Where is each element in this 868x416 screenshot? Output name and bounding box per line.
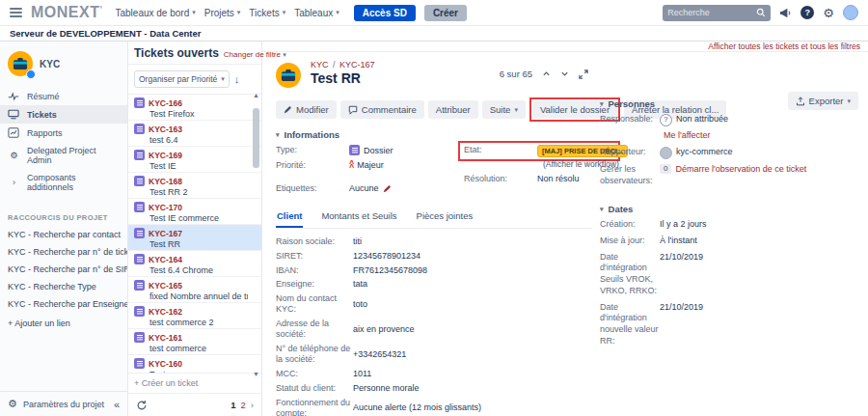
project-header[interactable]: KYC	[0, 42, 127, 88]
change-filter-link[interactable]: Changer de filtre ▾	[224, 50, 286, 59]
field-row: Raison sociale: titi	[276, 236, 592, 247]
help-icon[interactable]: ?	[800, 6, 814, 19]
chevron-down-icon: ▾	[276, 131, 280, 139]
field-label: Nom du contact KYC:	[276, 293, 353, 316]
nav-projets[interactable]: Projets ▾	[204, 8, 241, 18]
field-label: N° de téléphone de la société:	[276, 344, 353, 366]
project-settings-label[interactable]: Paramètres du projet	[23, 400, 104, 409]
start-watching-link[interactable]: Démarre l'observation de ce ticket	[675, 164, 806, 176]
collapse-sidebar-icon[interactable]: «	[114, 399, 120, 410]
sidebar-item-tickets[interactable]: Tickets	[0, 105, 127, 124]
project-shortcuts: RACCOURCIS DU PROJET KYC - Recherche par…	[0, 209, 127, 334]
assign-to-me-link[interactable]: Me l'affecter	[664, 130, 862, 140]
nav-tableaux-de-bord[interactable]: Tableaux de bord ▾	[115, 8, 195, 18]
edit-labels-pencil-icon[interactable]	[383, 184, 392, 193]
shortcut-link[interactable]: KYC - Recherche Type	[0, 278, 127, 295]
chevron-down-icon: ▾	[221, 75, 225, 83]
ticket-list-item[interactable]: KYC-164 Test 6.4 Chrome	[128, 251, 261, 277]
client-fields: Raison sociale: titi SIRET: 123456789012…	[276, 236, 592, 416]
ticket-key: KYC-164	[149, 255, 182, 264]
acces-sd-button[interactable]: Accès SD	[354, 5, 416, 21]
ticket-list-item[interactable]: KYC-160 Test	[128, 355, 261, 373]
refresh-icon[interactable]	[136, 400, 148, 411]
date-label: Date d'intégration nouvelle valeur RR:	[600, 302, 660, 347]
nav-tickets[interactable]: Tickets ▾	[249, 8, 285, 18]
ticket-summary: fixed Nombre annuel de transa...	[149, 291, 248, 301]
modifier-button[interactable]: Modifier	[276, 100, 337, 119]
tab[interactable]: Montants et Seuils	[320, 208, 397, 228]
page-1[interactable]: 1	[231, 400, 235, 410]
field-label: SIRET:	[276, 251, 353, 262]
tab[interactable]: Pièces jointes	[416, 208, 475, 228]
ticket-list-item[interactable]: KYC-165 fixed Nombre annuel de transa...	[128, 277, 261, 303]
wallet-avatar-icon	[276, 63, 301, 88]
shortcut-link[interactable]: KYC - Recherche par Enseigne	[0, 295, 127, 313]
list-scrollbar[interactable]: ▲ ▼	[252, 92, 260, 366]
shortcut-link[interactable]: KYC - Recherche par n° de SIRET	[0, 261, 127, 278]
ticket-list-item[interactable]: KYC-170 Test IE commerce	[128, 199, 261, 225]
project-settings-gear-icon[interactable]: ⚙	[8, 399, 17, 409]
next-page-icon[interactable]: ›	[251, 400, 254, 410]
sidebar-item-composants-additionnels[interactable]: › Composants additionnels	[0, 169, 127, 196]
ticket-list-item[interactable]: KYC-161 test commerce	[128, 329, 261, 355]
user-avatar[interactable]	[843, 5, 858, 20]
field-value: FR7612345678098	[353, 265, 427, 276]
ticket-key: KYC-166	[149, 98, 182, 108]
attribuer-button[interactable]: Attribuer	[428, 100, 478, 119]
scroll-up-icon[interactable]: ▲	[252, 92, 260, 98]
dossier-type-icon	[134, 254, 145, 264]
ticket-list-item[interactable]: KYC-163 test 6.4	[128, 121, 261, 147]
sidebar-item-rapports[interactable]: Rapports	[0, 124, 127, 142]
search-box[interactable]	[663, 5, 771, 21]
dates-section-header[interactable]: ▾ Dates	[600, 204, 862, 214]
ticket-list-item[interactable]: KYC-169 Test IE	[128, 147, 261, 173]
field-value: 12345678901234	[353, 251, 420, 262]
hamburger-menu-icon[interactable]	[10, 8, 22, 17]
labels-value: Aucune	[349, 183, 392, 193]
expand-icon[interactable]	[579, 69, 588, 79]
priority-major-icon: ^^	[349, 161, 353, 170]
breadcrumb-project-link[interactable]: KYC	[311, 60, 329, 69]
field-row: Statut du client: Personne morale	[276, 383, 592, 394]
exporter-button[interactable]: Exporter ▾	[788, 92, 858, 110]
ticket-list-item[interactable]: KYC-167 Test RR	[128, 225, 261, 251]
breadcrumb: KYC / KYC-167	[311, 60, 375, 69]
sort-direction-button[interactable]: ↓	[234, 73, 240, 85]
page-2[interactable]: 2	[241, 400, 246, 410]
show-all-tickets-link[interactable]: Afficher toutes les tickets et tous les …	[708, 42, 860, 51]
watchers-label: Gérer les observateurs:	[600, 164, 660, 186]
nav-tableaux[interactable]: Tableaux ▾	[294, 8, 339, 18]
commentaire-button[interactable]: Commentaire	[340, 100, 424, 119]
list-pagination: 1 2 ›	[231, 400, 254, 410]
priority-value: ^^ Majeur	[349, 160, 384, 170]
date-row: Création: Il y a 2 jours	[600, 219, 862, 231]
add-link[interactable]: + Ajouter un lien	[0, 313, 127, 334]
breadcrumb-issue-link[interactable]: KYC-167	[339, 60, 375, 69]
sidebar-item-delegated-project-admin[interactable]: ⚙ Delegated Project Admin	[0, 142, 127, 169]
settings-gear-icon[interactable]: ⚙	[823, 7, 834, 19]
suite-button[interactable]: Suite ▾	[482, 100, 526, 119]
field-value: aix en provence	[353, 319, 415, 341]
scrollbar-thumb[interactable]	[253, 108, 259, 168]
dossier-type-icon	[134, 306, 145, 317]
tab[interactable]: Client	[276, 208, 303, 228]
next-issue-icon[interactable]	[560, 69, 569, 78]
shortcut-link[interactable]: KYC - Recherche par n° de ticket	[0, 243, 127, 261]
ticket-list-item[interactable]: KYC-162 test commerce 2	[128, 303, 261, 329]
field-row: Enseigne: tata	[276, 279, 592, 290]
create-ticket-link[interactable]: + Créer un ticket	[128, 373, 261, 393]
dossier-type-icon	[134, 176, 145, 186]
ticket-list-item[interactable]: KYC-168 Test RR 2	[128, 173, 261, 199]
announcement-icon[interactable]	[779, 7, 792, 19]
shortcut-link[interactable]: KYC - Recherche par contact	[0, 226, 127, 243]
creer-button[interactable]: Créer	[424, 5, 467, 21]
sidebar-item-resume[interactable]: Résumé	[0, 88, 127, 105]
scroll-down-icon[interactable]: ▼	[252, 371, 260, 377]
ticket-list-item[interactable]: KYC-166 Test Firefox	[128, 95, 261, 121]
informations-section-header[interactable]: ▾ Informations	[276, 129, 592, 140]
resolution-value: Non résolu	[537, 174, 580, 183]
search-icon	[756, 8, 766, 17]
previous-issue-icon[interactable]	[542, 69, 551, 78]
search-input[interactable]	[667, 8, 752, 17]
sort-by-dropdown[interactable]: Organiser par Priorité ▾	[134, 70, 230, 88]
